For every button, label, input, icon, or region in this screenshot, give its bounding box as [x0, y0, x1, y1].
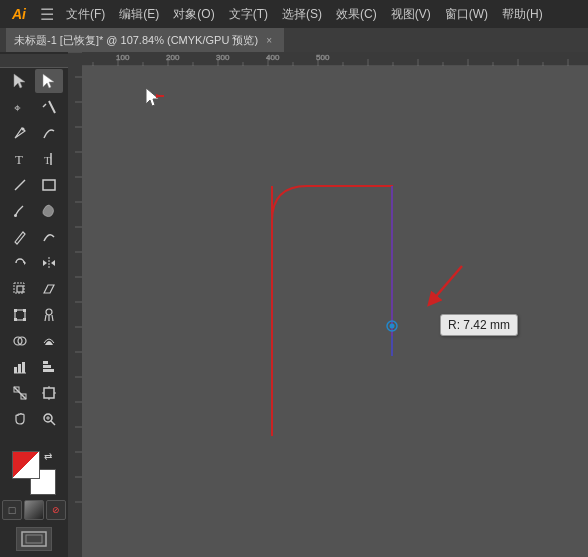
- svg-rect-47: [26, 535, 42, 543]
- reflect-tool[interactable]: [35, 251, 63, 275]
- svg-point-98: [390, 324, 395, 329]
- paintbrush-tool[interactable]: [6, 199, 34, 223]
- svg-line-9: [15, 180, 25, 190]
- pencil-tool[interactable]: [6, 225, 34, 249]
- toolbar: ⌖ T: [0, 52, 68, 557]
- fill-none-icon[interactable]: □: [2, 500, 22, 520]
- svg-rect-28: [18, 364, 21, 373]
- shear-tool[interactable]: [35, 277, 63, 301]
- selection-tool[interactable]: [6, 69, 34, 93]
- svg-text:400: 400: [266, 53, 280, 62]
- menu-help[interactable]: 帮助(H): [496, 4, 549, 25]
- tab-close-button[interactable]: ×: [262, 33, 276, 47]
- svg-rect-21: [23, 309, 26, 312]
- tool-row-1: [2, 69, 66, 93]
- svg-rect-17: [17, 286, 23, 292]
- svg-line-4: [43, 104, 46, 107]
- menu-type[interactable]: 文字(T): [223, 4, 274, 25]
- svg-rect-37: [44, 388, 54, 398]
- menu-view[interactable]: 视图(V): [385, 4, 437, 25]
- line-segment-tool[interactable]: [6, 173, 34, 197]
- free-transform-tool[interactable]: [6, 303, 34, 327]
- gradient-icon[interactable]: [24, 500, 44, 520]
- active-tab[interactable]: 未标题-1 [已恢复]* @ 107.84% (CMYK/GPU 预览) ×: [6, 28, 284, 52]
- svg-text:T: T: [44, 154, 51, 166]
- svg-text:100: 100: [116, 53, 130, 62]
- shape-builder-tool[interactable]: [6, 329, 34, 353]
- artboard-icon[interactable]: [16, 527, 52, 551]
- swap-colors-icon[interactable]: ⇄: [44, 451, 56, 463]
- svg-rect-10: [43, 180, 55, 190]
- hand-tool[interactable]: [6, 407, 34, 431]
- zoom-tool[interactable]: [35, 407, 63, 431]
- tab-bar: 未标题-1 [已恢复]* @ 107.84% (CMYK/GPU 预览) ×: [0, 28, 588, 52]
- svg-rect-33: [43, 369, 54, 372]
- none-icon[interactable]: ⊘: [46, 500, 66, 520]
- lasso-tool[interactable]: ⌖: [6, 95, 34, 119]
- tool-row-4: T T: [2, 147, 66, 171]
- column-graph-tool[interactable]: [6, 355, 34, 379]
- drawing-canvas[interactable]: [82, 66, 588, 557]
- tool-row-11: [2, 329, 66, 353]
- menu-object[interactable]: 对象(O): [167, 4, 220, 25]
- svg-line-12: [15, 242, 17, 244]
- svg-point-11: [14, 214, 17, 217]
- smooth-tool[interactable]: [35, 225, 63, 249]
- type-vertical-tool[interactable]: T: [35, 147, 63, 171]
- slice-tool[interactable]: [6, 381, 34, 405]
- puppet-warp-tool[interactable]: [35, 303, 63, 327]
- tool-row-7: [2, 225, 66, 249]
- tool-row-8: [2, 251, 66, 275]
- type-tool[interactable]: T: [6, 147, 34, 171]
- svg-rect-29: [22, 362, 25, 373]
- svg-marker-0: [14, 74, 25, 88]
- canvas-area[interactable]: 100 200 300 400 500: [68, 52, 588, 557]
- tab-title: 未标题-1 [已恢复]* @ 107.84% (CMYK/GPU 预览): [14, 33, 258, 48]
- svg-rect-31: [43, 361, 48, 364]
- tool-row-14: [2, 407, 66, 431]
- svg-marker-1: [43, 74, 54, 88]
- svg-rect-75: [68, 52, 82, 557]
- live-paint-tool[interactable]: [35, 329, 63, 353]
- menu-window[interactable]: 窗口(W): [439, 4, 494, 25]
- tool-row-9: [2, 277, 66, 301]
- menu-select[interactable]: 选择(S): [276, 4, 328, 25]
- svg-text:⌖: ⌖: [14, 101, 21, 115]
- menu-edit[interactable]: 编辑(E): [113, 4, 165, 25]
- menu-file[interactable]: 文件(F): [60, 4, 111, 25]
- direct-selection-tool[interactable]: [35, 69, 63, 93]
- artboard-tool[interactable]: [35, 381, 63, 405]
- foreground-color-swatch[interactable]: [12, 451, 40, 479]
- rectangle-tool[interactable]: [35, 173, 63, 197]
- svg-text:300: 300: [216, 53, 230, 62]
- tool-row-5: [2, 173, 66, 197]
- scale-tool[interactable]: [6, 277, 34, 301]
- svg-point-5: [21, 128, 24, 131]
- magic-wand-tool[interactable]: [35, 95, 63, 119]
- menu-effect[interactable]: 效果(C): [330, 4, 383, 25]
- svg-marker-15: [43, 260, 47, 266]
- rotate-tool[interactable]: [6, 251, 34, 275]
- curvature-tool[interactable]: [35, 121, 63, 145]
- color-section: ⇄ □ ⊘: [0, 447, 68, 555]
- pen-tool[interactable]: [6, 121, 34, 145]
- svg-rect-27: [14, 367, 17, 373]
- svg-text:T: T: [15, 152, 23, 167]
- radius-tooltip: R: 7.42 mm: [440, 314, 518, 336]
- tool-row-10: [2, 303, 66, 327]
- blob-brush-tool[interactable]: [35, 199, 63, 223]
- svg-point-24: [46, 309, 52, 315]
- toolbar-ruler: [0, 54, 68, 68]
- color-swatches[interactable]: ⇄: [12, 451, 56, 495]
- svg-line-43: [51, 421, 55, 425]
- vertical-ruler: [68, 52, 82, 557]
- svg-marker-13: [24, 261, 26, 265]
- tool-row-2: ⌖: [2, 95, 66, 119]
- bar-graph-tool[interactable]: [35, 355, 63, 379]
- svg-rect-22: [14, 318, 17, 321]
- svg-text:500: 500: [316, 53, 330, 62]
- tool-row-6: [2, 199, 66, 223]
- menu-icon[interactable]: ☰: [36, 5, 58, 24]
- canvas-inner: R: 7.42 mm: [82, 66, 588, 557]
- tool-row-12: [2, 355, 66, 379]
